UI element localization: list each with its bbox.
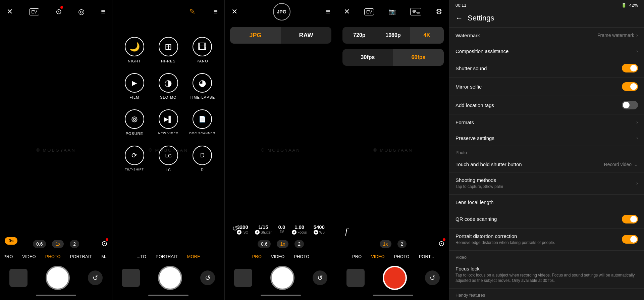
mode-lc[interactable]: LC LC	[153, 146, 183, 172]
gallery-thumb-4[interactable]	[346, 269, 365, 287]
row-shutter-hold[interactable]: Touch and hold shutter button Record vid…	[449, 156, 644, 172]
shutter-btn-3[interactable]	[270, 266, 294, 290]
mode-4-port[interactable]: PORT...	[414, 252, 439, 261]
mode-tabs-1: PRO VIDEO PHOTO PORTRAIT M...	[0, 252, 112, 261]
mode-pro[interactable]: PRO	[0, 252, 17, 261]
mode-3-pro[interactable]: PRO	[248, 252, 266, 261]
row-location-tags[interactable]: Add location tags	[449, 96, 644, 114]
gallery-thumb-1[interactable]	[9, 269, 28, 287]
zoom-1x[interactable]: 1x	[52, 240, 64, 248]
mode-hires[interactable]: ⊞ HI-RES	[153, 37, 183, 63]
formats-label: Formats	[455, 119, 636, 125]
res-4k[interactable]: 4K	[410, 27, 444, 44]
status-time: 00:11	[455, 3, 467, 8]
mirror-selfie-toggle[interactable]	[622, 82, 638, 91]
panel-photo: ✕ EV ⊙ ◎ ≡ © MOBGYAAN 3s ⊙ 0.6 1x 2 PRO …	[0, 0, 112, 300]
zoom3-2[interactable]: 2	[294, 240, 304, 248]
flip-btn-4[interactable]: ↺	[425, 270, 440, 285]
mode-film[interactable]: ▶ FILM	[119, 73, 150, 99]
shutter-btn-1[interactable]	[46, 266, 70, 290]
f-icon[interactable]: f	[345, 226, 347, 236]
location-tags-toggle[interactable]	[622, 101, 638, 109]
focus-icon[interactable]: ◎	[78, 7, 85, 16]
mode-4-photo[interactable]: PHOTO	[389, 252, 414, 261]
fps-60[interactable]: 60fps	[393, 49, 444, 66]
mode-timelapse[interactable]: ◕ TIME-LAPSE	[187, 73, 218, 99]
camera-icon-4[interactable]: 📷	[388, 8, 396, 15]
mode-slomo[interactable]: ◑ SLO-MO	[153, 73, 183, 99]
mode-photo[interactable]: PHOTO	[41, 252, 65, 261]
mode-newvideo[interactable]: ▶▌ NEW VIDEO	[153, 109, 183, 136]
zoom3-1x[interactable]: 1x	[277, 240, 288, 248]
row-watermark[interactable]: Watermark Frame watermark ›	[449, 28, 644, 43]
format-jpg[interactable]: JPG	[230, 27, 281, 44]
zoom3-0.6[interactable]: 0.6	[258, 240, 271, 248]
row-shutter-sound[interactable]: Shutter sound	[449, 59, 644, 78]
mode-video[interactable]: VIDEO	[17, 252, 40, 261]
row-formats[interactable]: Formats ›	[449, 114, 644, 130]
film-label: FILM	[129, 95, 139, 99]
ev-icon-4[interactable]: EV	[364, 8, 374, 15]
qr-scanning-toggle[interactable]	[622, 215, 638, 223]
shutter-text: Shutter	[261, 231, 271, 234]
settings-icon-4[interactable]: ⚙	[436, 7, 442, 16]
zoom4-1x[interactable]: 1x	[380, 240, 391, 248]
mode-3-video[interactable]: VIDEO	[266, 252, 289, 261]
4k-icon[interactable]: 4K60	[410, 8, 422, 15]
row-lens-focal[interactable]: Lens focal length	[449, 195, 644, 210]
mode-tiltshift[interactable]: ⟳ TILT-SHIFT	[119, 146, 150, 172]
ev-icon[interactable]: EV	[29, 8, 39, 15]
mode-4-pro[interactable]: PRO	[347, 252, 366, 261]
mode-2-more[interactable]: MORE	[182, 252, 205, 261]
a-icon-shutter: A	[255, 230, 260, 235]
res-720p[interactable]: 720p	[342, 27, 376, 44]
menu-icon-3[interactable]: ≡	[326, 7, 330, 16]
status-bar: 00:11 🔋 42%	[449, 0, 644, 10]
zoom-2[interactable]: 2	[70, 240, 79, 248]
row-qr-scanning[interactable]: QR code scanning	[449, 210, 644, 229]
res-1080p[interactable]: 1080p	[376, 27, 410, 44]
slomo-icon: ◑	[159, 73, 178, 93]
timer-icon[interactable]: ⊙	[56, 7, 62, 16]
menu-icon[interactable]: ≡	[101, 7, 105, 16]
mode-2-portrait[interactable]: PORTRAIT	[151, 252, 182, 261]
posure-label: POSURE	[125, 132, 143, 136]
flash-icon[interactable]: ✕	[7, 7, 13, 16]
mode-d[interactable]: D D	[187, 146, 218, 172]
gallery-thumb-3[interactable]	[234, 269, 252, 287]
row-portrait-distortion[interactable]: Portrait distortion correction Remove ed…	[449, 229, 644, 251]
zoom4-2[interactable]: 2	[397, 240, 407, 248]
mode-2-to[interactable]: ...TO	[132, 252, 151, 261]
mode-docscanner[interactable]: 📄 DOC SCANNER	[187, 109, 218, 136]
row-preserve-settings[interactable]: Preserve settings ›	[449, 130, 644, 146]
fps-30[interactable]: 30fps	[342, 49, 393, 66]
top-bar-more: ✎ ≡	[112, 0, 224, 23]
menu-icon-2[interactable]: ≡	[213, 7, 218, 16]
portrait-distortion-toggle[interactable]	[622, 235, 638, 244]
flash-icon-4[interactable]: ✕	[344, 7, 350, 16]
flash-icon-3[interactable]: ✕	[231, 7, 237, 16]
gallery-thumb-2[interactable]	[122, 269, 140, 287]
mode-more[interactable]: M...	[97, 252, 112, 261]
mode-pano[interactable]: 🎞 PANO	[187, 37, 218, 63]
zoom-0.6[interactable]: 0.6	[33, 240, 46, 248]
format-badge[interactable]: JPG	[273, 3, 290, 20]
shutter-sound-toggle[interactable]	[622, 64, 638, 72]
row-shooting-methods[interactable]: Shooting methods Tap to capture, Show pa…	[449, 172, 644, 195]
mode-night[interactable]: 🌙 NIGHT	[119, 37, 150, 63]
format-raw[interactable]: RAW	[281, 27, 331, 44]
mode-3-photo[interactable]: PHOTO	[289, 252, 314, 261]
focus-lock-sub: Tap to lock focus on a subject when reco…	[455, 272, 638, 284]
shutter-btn-4[interactable]	[383, 266, 407, 290]
mode-posure[interactable]: ⊚ POSURE	[119, 109, 150, 136]
mode-4-video[interactable]: VIDEO	[366, 252, 389, 261]
edit-icon[interactable]: ✎	[189, 7, 195, 16]
flip-btn-2[interactable]: ↺	[200, 270, 215, 285]
flip-btn-3[interactable]: ↺	[313, 270, 327, 285]
row-composition[interactable]: Composition assistance ›	[449, 43, 644, 59]
back-button[interactable]: ←	[455, 14, 463, 22]
row-mirror-selfie[interactable]: Mirror selfie	[449, 78, 644, 96]
mode-portrait[interactable]: PORTRAIT	[65, 252, 97, 261]
shutter-btn-2[interactable]	[158, 266, 182, 290]
flip-btn-1[interactable]: ↺	[88, 270, 103, 285]
